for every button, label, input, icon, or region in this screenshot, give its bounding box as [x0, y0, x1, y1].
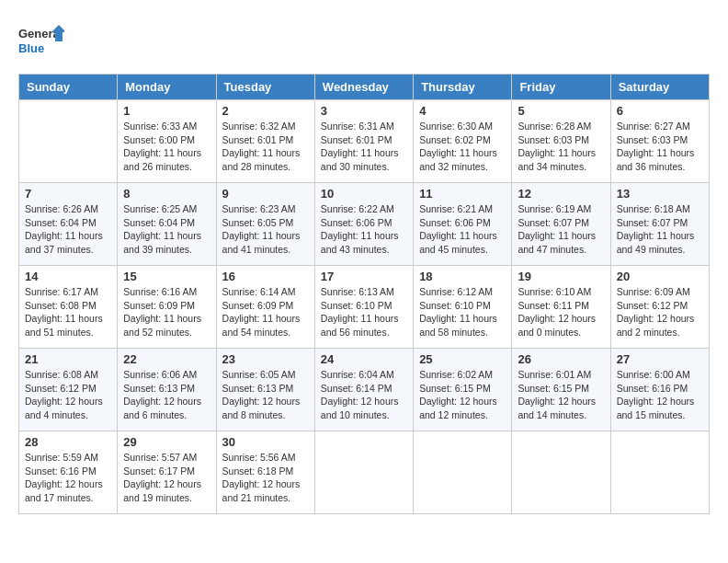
- calendar-cell: 28Sunrise: 5:59 AM Sunset: 6:16 PM Dayli…: [19, 431, 118, 514]
- day-number: 18: [419, 270, 506, 283]
- calendar-cell: 24Sunrise: 6:04 AM Sunset: 6:14 PM Dayli…: [314, 349, 413, 431]
- day-info: Sunrise: 6:02 AM Sunset: 6:15 PM Dayligh…: [419, 368, 506, 422]
- day-info: Sunrise: 5:56 AM Sunset: 6:18 PM Dayligh…: [222, 451, 309, 505]
- calendar-cell: 11Sunrise: 6:21 AM Sunset: 6:06 PM Dayli…: [414, 183, 512, 266]
- day-number: 2: [222, 104, 309, 118]
- day-header-monday: Monday: [118, 75, 216, 100]
- calendar-cell: 12Sunrise: 6:19 AM Sunset: 6:07 PM Dayli…: [512, 183, 610, 266]
- page-header: General Blue: [18, 18, 710, 64]
- day-header-wednesday: Wednesday: [314, 75, 413, 100]
- day-info: Sunrise: 6:26 AM Sunset: 6:04 PM Dayligh…: [25, 202, 111, 257]
- day-info: Sunrise: 6:17 AM Sunset: 6:08 PM Dayligh…: [25, 285, 111, 339]
- calendar-table: SundayMondayTuesdayWednesdayThursdayFrid…: [18, 74, 710, 514]
- calendar-cell: 29Sunrise: 5:57 AM Sunset: 6:17 PM Dayli…: [118, 431, 216, 514]
- day-number: 29: [123, 435, 210, 449]
- day-header-sunday: Sunday: [19, 75, 118, 100]
- day-info: Sunrise: 6:00 AM Sunset: 6:16 PM Dayligh…: [617, 368, 703, 422]
- day-info: Sunrise: 6:31 AM Sunset: 6:01 PM Dayligh…: [321, 120, 407, 174]
- day-number: 24: [321, 352, 407, 366]
- calendar-cell: 4Sunrise: 6:30 AM Sunset: 6:02 PM Daylig…: [414, 100, 512, 183]
- calendar-cell: 23Sunrise: 6:05 AM Sunset: 6:13 PM Dayli…: [216, 349, 314, 431]
- calendar-cell: 18Sunrise: 6:12 AM Sunset: 6:10 PM Dayli…: [414, 266, 512, 349]
- calendar-cell: [19, 100, 118, 183]
- day-info: Sunrise: 6:06 AM Sunset: 6:13 PM Dayligh…: [123, 368, 210, 422]
- day-header-friday: Friday: [512, 75, 610, 100]
- day-number: 21: [25, 352, 111, 366]
- day-number: 19: [518, 270, 604, 283]
- calendar-cell: 6Sunrise: 6:27 AM Sunset: 6:03 PM Daylig…: [610, 100, 709, 183]
- day-info: Sunrise: 6:05 AM Sunset: 6:13 PM Dayligh…: [222, 368, 309, 422]
- day-info: Sunrise: 6:28 AM Sunset: 6:03 PM Dayligh…: [518, 120, 604, 174]
- calendar-cell: 15Sunrise: 6:16 AM Sunset: 6:09 PM Dayli…: [118, 266, 216, 349]
- calendar-cell: [314, 431, 413, 514]
- day-info: Sunrise: 5:57 AM Sunset: 6:17 PM Dayligh…: [123, 451, 210, 505]
- day-number: 8: [123, 187, 210, 201]
- day-info: Sunrise: 6:25 AM Sunset: 6:04 PM Dayligh…: [123, 202, 210, 257]
- day-info: Sunrise: 6:30 AM Sunset: 6:02 PM Dayligh…: [419, 120, 506, 174]
- calendar-cell: 16Sunrise: 6:14 AM Sunset: 6:09 PM Dayli…: [216, 266, 314, 349]
- calendar-cell: [414, 431, 512, 514]
- day-header-tuesday: Tuesday: [216, 75, 314, 100]
- calendar-cell: 22Sunrise: 6:06 AM Sunset: 6:13 PM Dayli…: [118, 349, 216, 431]
- calendar-cell: 14Sunrise: 6:17 AM Sunset: 6:08 PM Dayli…: [19, 266, 118, 349]
- day-number: 22: [123, 352, 210, 366]
- day-number: 5: [518, 104, 604, 118]
- calendar-cell: 19Sunrise: 6:10 AM Sunset: 6:11 PM Dayli…: [512, 266, 610, 349]
- calendar-week-1: 1Sunrise: 6:33 AM Sunset: 6:00 PM Daylig…: [19, 100, 710, 183]
- calendar-cell: 25Sunrise: 6:02 AM Sunset: 6:15 PM Dayli…: [414, 349, 512, 431]
- day-info: Sunrise: 6:22 AM Sunset: 6:06 PM Dayligh…: [321, 202, 407, 257]
- logo-svg: General Blue: [18, 23, 64, 64]
- day-number: 13: [617, 187, 703, 201]
- calendar-cell: 21Sunrise: 6:08 AM Sunset: 6:12 PM Dayli…: [19, 349, 118, 431]
- day-number: 11: [419, 187, 506, 201]
- day-info: Sunrise: 6:19 AM Sunset: 6:07 PM Dayligh…: [518, 202, 604, 257]
- calendar-week-2: 7Sunrise: 6:26 AM Sunset: 6:04 PM Daylig…: [19, 183, 710, 266]
- day-info: Sunrise: 6:10 AM Sunset: 6:11 PM Dayligh…: [518, 285, 604, 339]
- calendar-cell: 3Sunrise: 6:31 AM Sunset: 6:01 PM Daylig…: [314, 100, 413, 183]
- day-number: 1: [123, 104, 210, 118]
- day-info: Sunrise: 5:59 AM Sunset: 6:16 PM Dayligh…: [25, 451, 111, 505]
- day-info: Sunrise: 6:18 AM Sunset: 6:07 PM Dayligh…: [617, 202, 703, 257]
- day-info: Sunrise: 6:08 AM Sunset: 6:12 PM Dayligh…: [25, 368, 111, 422]
- day-number: 28: [25, 435, 111, 449]
- day-number: 7: [25, 187, 111, 201]
- day-info: Sunrise: 6:23 AM Sunset: 6:05 PM Dayligh…: [222, 202, 309, 257]
- logo: General Blue: [18, 23, 64, 64]
- calendar-cell: 17Sunrise: 6:13 AM Sunset: 6:10 PM Dayli…: [314, 266, 413, 349]
- day-number: 12: [518, 187, 604, 201]
- day-number: 16: [222, 270, 309, 283]
- day-number: 23: [222, 352, 309, 366]
- day-number: 20: [617, 270, 703, 283]
- day-number: 27: [617, 352, 703, 366]
- calendar-header-row: SundayMondayTuesdayWednesdayThursdayFrid…: [19, 75, 710, 100]
- day-number: 4: [419, 104, 506, 118]
- calendar-cell: 13Sunrise: 6:18 AM Sunset: 6:07 PM Dayli…: [610, 183, 709, 266]
- calendar-cell: 1Sunrise: 6:33 AM Sunset: 6:00 PM Daylig…: [118, 100, 216, 183]
- svg-text:Blue: Blue: [18, 41, 44, 55]
- day-info: Sunrise: 6:13 AM Sunset: 6:10 PM Dayligh…: [321, 285, 407, 339]
- calendar-cell: 10Sunrise: 6:22 AM Sunset: 6:06 PM Dayli…: [314, 183, 413, 266]
- day-number: 9: [222, 187, 309, 201]
- calendar-week-5: 28Sunrise: 5:59 AM Sunset: 6:16 PM Dayli…: [19, 431, 710, 514]
- calendar-week-3: 14Sunrise: 6:17 AM Sunset: 6:08 PM Dayli…: [19, 266, 710, 349]
- calendar-cell: [512, 431, 610, 514]
- calendar-cell: 8Sunrise: 6:25 AM Sunset: 6:04 PM Daylig…: [118, 183, 216, 266]
- calendar-cell: 27Sunrise: 6:00 AM Sunset: 6:16 PM Dayli…: [610, 349, 709, 431]
- calendar-cell: 20Sunrise: 6:09 AM Sunset: 6:12 PM Dayli…: [610, 266, 709, 349]
- day-info: Sunrise: 6:12 AM Sunset: 6:10 PM Dayligh…: [419, 285, 506, 339]
- day-number: 6: [617, 104, 703, 118]
- day-header-saturday: Saturday: [610, 75, 709, 100]
- day-info: Sunrise: 6:04 AM Sunset: 6:14 PM Dayligh…: [321, 368, 407, 422]
- day-number: 17: [321, 270, 407, 283]
- calendar-cell: 30Sunrise: 5:56 AM Sunset: 6:18 PM Dayli…: [216, 431, 314, 514]
- calendar-cell: 5Sunrise: 6:28 AM Sunset: 6:03 PM Daylig…: [512, 100, 610, 183]
- day-number: 14: [25, 270, 111, 283]
- calendar-cell: 7Sunrise: 6:26 AM Sunset: 6:04 PM Daylig…: [19, 183, 118, 266]
- calendar-cell: 9Sunrise: 6:23 AM Sunset: 6:05 PM Daylig…: [216, 183, 314, 266]
- day-info: Sunrise: 6:27 AM Sunset: 6:03 PM Dayligh…: [617, 120, 703, 174]
- day-info: Sunrise: 6:16 AM Sunset: 6:09 PM Dayligh…: [123, 285, 210, 339]
- day-info: Sunrise: 6:32 AM Sunset: 6:01 PM Dayligh…: [222, 120, 309, 174]
- calendar-cell: 26Sunrise: 6:01 AM Sunset: 6:15 PM Dayli…: [512, 349, 610, 431]
- day-info: Sunrise: 6:09 AM Sunset: 6:12 PM Dayligh…: [617, 285, 703, 339]
- day-number: 25: [419, 352, 506, 366]
